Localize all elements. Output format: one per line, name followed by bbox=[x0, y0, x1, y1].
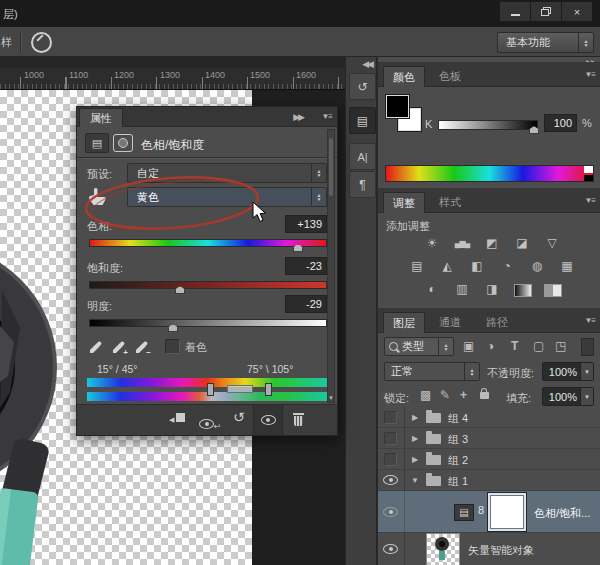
blend-mode-dropdown[interactable]: 正常 ▲▼ bbox=[384, 362, 480, 381]
selective-color-icon[interactable] bbox=[544, 284, 562, 297]
visibility-cell[interactable] bbox=[378, 491, 405, 532]
visibility-cell[interactable] bbox=[378, 407, 405, 427]
layer-name[interactable]: 矢量智能对象 bbox=[468, 543, 534, 558]
opacity-dropdown[interactable]: 100% ▼ bbox=[542, 362, 594, 381]
layer-row-group1[interactable]: ▼ 组 1 bbox=[378, 470, 600, 491]
layer-row-group4[interactable]: ▶ 组 4 bbox=[378, 407, 600, 428]
channel-dropdown[interactable]: 黄色 ▲▼ bbox=[127, 187, 327, 207]
color-balance-icon[interactable]: ◭ bbox=[437, 258, 457, 274]
toggle-visibility-button[interactable] bbox=[253, 405, 283, 435]
visibility-empty-box[interactable] bbox=[384, 453, 397, 466]
targeted-adjustment-hand-icon[interactable] bbox=[86, 187, 108, 207]
properties-scrollbar[interactable]: ▼ bbox=[327, 129, 335, 403]
eyedropper-subtract-icon[interactable]: − bbox=[133, 337, 151, 357]
photo-filter-icon[interactable]: ◔ bbox=[497, 258, 517, 274]
lock-pixels-brush-icon[interactable]: ✎ bbox=[440, 388, 450, 402]
threshold-icon[interactable]: ◨ bbox=[482, 281, 502, 297]
black-white-icon[interactable]: ◧ bbox=[467, 258, 487, 274]
collapse-panel-icon[interactable]: ▶▶ bbox=[293, 112, 303, 122]
eye-icon[interactable] bbox=[383, 544, 398, 554]
spectrum-black-swatch[interactable] bbox=[584, 175, 593, 181]
tab-swatches[interactable]: 色板 bbox=[430, 66, 470, 87]
delete-adjustment-icon[interactable] bbox=[293, 413, 304, 426]
visibility-cell[interactable] bbox=[378, 428, 405, 448]
visibility-empty-box[interactable] bbox=[384, 411, 397, 424]
lock-position-icon[interactable]: + bbox=[460, 388, 467, 402]
k-value-box[interactable]: 100 bbox=[544, 114, 577, 132]
panel-menu-icon[interactable]: ▼≡ bbox=[584, 196, 595, 205]
panel-menu-icon[interactable]: ▼≡ bbox=[584, 70, 595, 79]
character-panel-icon[interactable]: A| bbox=[349, 143, 376, 170]
curves-icon[interactable]: ◩ bbox=[482, 235, 502, 251]
expand-collapsed-icon[interactable]: ▶ bbox=[412, 455, 418, 464]
posterize-icon[interactable]: ▥ bbox=[452, 281, 472, 297]
visibility-cell[interactable] bbox=[378, 533, 405, 565]
layer-row-vector-smart-object[interactable]: 矢量智能对象 bbox=[378, 533, 600, 565]
visibility-cell[interactable] bbox=[378, 449, 405, 469]
panel-menu-icon[interactable]: ▼≡ bbox=[584, 316, 595, 325]
scroll-down-icon[interactable]: ▼ bbox=[328, 395, 334, 401]
range-handle-right[interactable] bbox=[265, 383, 272, 396]
layer-row-group2[interactable]: ▶ 组 2 bbox=[378, 449, 600, 470]
scrollbar-thumb[interactable] bbox=[329, 138, 333, 196]
minimize-button[interactable] bbox=[499, 1, 531, 22]
reset-adjustment-icon[interactable]: ↺ bbox=[233, 409, 245, 425]
visibility-empty-box[interactable] bbox=[384, 432, 397, 445]
preset-dropdown[interactable]: 自定 ▲▼ bbox=[127, 163, 327, 183]
adjustment-layer-thumbnail[interactable]: ▤ bbox=[454, 504, 474, 521]
layer-row-hue-saturation-selected[interactable]: ▤ 8 色相/饱和... bbox=[378, 491, 600, 533]
saturation-value-box[interactable]: -23 bbox=[285, 257, 327, 275]
tab-adjustments[interactable]: 调整 bbox=[383, 192, 425, 213]
lock-transparency-icon[interactable]: ▩ bbox=[420, 388, 431, 402]
layer-row-group3[interactable]: ▶ 组 3 bbox=[378, 428, 600, 449]
vibrance-icon[interactable]: ▽ bbox=[542, 235, 562, 251]
collapse-dock-icon[interactable]: ◀◀ bbox=[362, 59, 372, 69]
layer-name[interactable]: 色相/饱和... bbox=[534, 506, 590, 521]
saturation-slider-track[interactable] bbox=[89, 281, 327, 289]
eyedropper-icon[interactable] bbox=[87, 337, 105, 357]
colorize-checkbox[interactable] bbox=[165, 339, 180, 354]
lightness-value-box[interactable]: -29 bbox=[285, 295, 327, 313]
tab-paths[interactable]: 路径 bbox=[477, 312, 517, 333]
eye-icon[interactable] bbox=[383, 475, 398, 485]
filter-smart-object-icon[interactable]: ◳ bbox=[555, 339, 566, 353]
filter-shape-layers-icon[interactable]: ▢ bbox=[533, 339, 544, 353]
invert-icon[interactable]: ◐ bbox=[422, 281, 442, 297]
restore-button[interactable] bbox=[530, 1, 562, 22]
mask-link-icon[interactable]: 8 bbox=[478, 504, 484, 516]
targeted-adjustment-tool-icon[interactable] bbox=[31, 32, 52, 53]
tab-styles[interactable]: 样式 bbox=[430, 192, 470, 213]
clip-to-layer-icon[interactable]: ◀ bbox=[171, 413, 185, 425]
gradient-map-icon[interactable] bbox=[514, 284, 532, 297]
filter-toggle-switch[interactable] bbox=[581, 338, 594, 356]
layer-name[interactable]: 组 4 bbox=[448, 411, 468, 426]
expand-expanded-icon[interactable]: ▼ bbox=[411, 476, 419, 485]
channel-mixer-icon[interactable]: ◍ bbox=[527, 258, 547, 274]
layer-name[interactable]: 组 2 bbox=[448, 453, 468, 468]
hue-value-box[interactable]: +139 bbox=[285, 215, 327, 233]
expand-collapsed-icon[interactable]: ▶ bbox=[412, 434, 418, 443]
color-lookup-icon[interactable]: ▦ bbox=[557, 258, 577, 274]
view-previous-state-icon[interactable]: ↩ bbox=[199, 415, 221, 433]
range-band[interactable] bbox=[227, 385, 253, 393]
tab-color[interactable]: 颜色 bbox=[383, 66, 425, 87]
brightness-contrast-icon[interactable]: ☀ bbox=[422, 235, 442, 251]
properties-panel-icon[interactable]: ▤ bbox=[349, 107, 376, 134]
eyedropper-add-icon[interactable]: + bbox=[110, 337, 128, 357]
foreground-color-swatch[interactable] bbox=[386, 95, 409, 118]
tab-layers[interactable]: 图层 bbox=[383, 312, 425, 333]
layer-filter-kind-dropdown[interactable]: 类型 ▲▼ bbox=[384, 337, 454, 356]
lightness-slider-track[interactable] bbox=[89, 319, 327, 327]
layer-mask-thumbnail[interactable] bbox=[490, 495, 524, 529]
tab-channels[interactable]: 通道 bbox=[430, 312, 470, 333]
fill-dropdown[interactable]: 100% ▼ bbox=[542, 387, 594, 406]
panel-menu-icon[interactable]: ▼≡ bbox=[321, 112, 332, 121]
layer-thumbnail[interactable] bbox=[426, 533, 460, 565]
adjustment-controls-icon[interactable]: ▤ bbox=[85, 133, 109, 153]
masks-icon[interactable] bbox=[113, 134, 133, 152]
lock-all-icon[interactable] bbox=[480, 392, 489, 399]
hue-saturation-icon[interactable]: ▤ bbox=[407, 258, 427, 274]
tab-properties[interactable]: 属性 bbox=[79, 108, 123, 127]
hue-slider-track[interactable] bbox=[89, 239, 327, 247]
exposure-icon[interactable]: ◪ bbox=[512, 235, 532, 251]
